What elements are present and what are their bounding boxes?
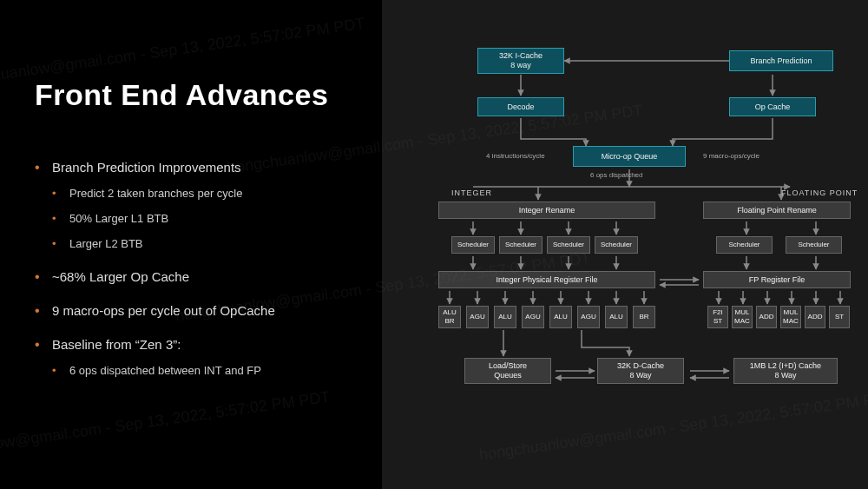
- sub-item: 6 ops dispatched between INT and FP: [52, 364, 365, 377]
- diagram-panel: 32K I-Cache 8 way Branch Prediction Deco…: [382, 0, 868, 489]
- block-exec-unit: AGU: [466, 306, 489, 328]
- bullet-text: Baseline from “Zen 3”:: [52, 337, 181, 352]
- block-op-cache: Op Cache: [729, 97, 816, 116]
- block-branch-prediction: Branch Prediction: [729, 50, 833, 71]
- sub-item: Larger L2 BTB: [52, 237, 365, 250]
- block-scheduler: Scheduler: [595, 236, 638, 254]
- block-icache: 32K I-Cache 8 way: [477, 48, 564, 74]
- bullet-item: Branch Prediction Improvements Predict 2…: [35, 160, 365, 250]
- bullet-item: 9 macro-ops per cycle out of OpCache: [35, 303, 365, 318]
- block-integer-prf: Integer Physical Register File: [438, 271, 655, 288]
- block-exec-unit: ALU: [549, 306, 572, 328]
- label-6-dispatched: 6 ops dispatched: [590, 171, 643, 179]
- sub-item: Predict 2 taken branches per cycle: [52, 187, 365, 200]
- block-exec-unit: ST: [829, 306, 850, 328]
- block-exec-unit: ADD: [805, 306, 825, 328]
- block-exec-unit: ALU: [605, 306, 628, 328]
- section-label-fp: FLOATING POINT: [781, 188, 858, 197]
- block-exec-unit: ALU: [494, 306, 516, 328]
- block-fp-rf: FP Register File: [703, 271, 851, 288]
- sub-list: 6 ops dispatched between INT and FP: [52, 364, 365, 377]
- bullet-list: Branch Prediction Improvements Predict 2…: [35, 160, 365, 377]
- block-exec-unit: AGU: [577, 306, 600, 328]
- page-title: Front End Advances: [35, 78, 365, 112]
- label-9-macroops: 9 macro-ops/cycle: [703, 152, 760, 160]
- block-scheduler: Scheduler: [547, 236, 590, 254]
- block-decode: Decode: [477, 97, 564, 116]
- block-exec-unit: ALU BR: [438, 306, 461, 328]
- block-exec-unit: ADD: [756, 306, 777, 328]
- block-scheduler: Scheduler: [716, 236, 773, 254]
- sub-item: 50% Larger L1 BTB: [52, 212, 365, 225]
- block-exec-unit: AGU: [522, 306, 544, 328]
- block-integer-rename: Integer Rename: [438, 202, 655, 219]
- block-lsq: Load/Store Queues: [464, 358, 551, 384]
- block-scheduler: Scheduler: [451, 236, 495, 254]
- block-dcache: 32K D-Cache 8 Way: [597, 358, 684, 384]
- bullet-text: Branch Prediction Improvements: [52, 160, 241, 175]
- block-fp-rename: Floating Point Rename: [703, 202, 851, 219]
- block-exec-unit: MUL MAC: [732, 306, 753, 328]
- bullet-item: Baseline from “Zen 3”: 6 ops dispatched …: [35, 337, 365, 377]
- text-panel: Front End Advances Branch Prediction Imp…: [0, 0, 382, 489]
- label-4-instructions: 4 instructions/cycle: [486, 152, 545, 160]
- block-scheduler: Scheduler: [786, 236, 842, 254]
- block-uop-queue: Micro-op Queue: [573, 146, 686, 167]
- sub-list: Predict 2 taken branches per cycle 50% L…: [52, 187, 365, 250]
- block-exec-unit: MUL MAC: [780, 306, 801, 328]
- bullet-item: ~68% Larger Op Cache: [35, 269, 365, 284]
- block-exec-unit: F2I ST: [707, 306, 728, 328]
- block-exec-unit: BR: [633, 306, 655, 328]
- block-l2-cache: 1MB L2 (I+D) Cache 8 Way: [733, 358, 838, 384]
- block-scheduler: Scheduler: [499, 236, 542, 254]
- slide: Front End Advances Branch Prediction Imp…: [0, 0, 868, 489]
- section-label-integer: INTEGER: [451, 188, 492, 197]
